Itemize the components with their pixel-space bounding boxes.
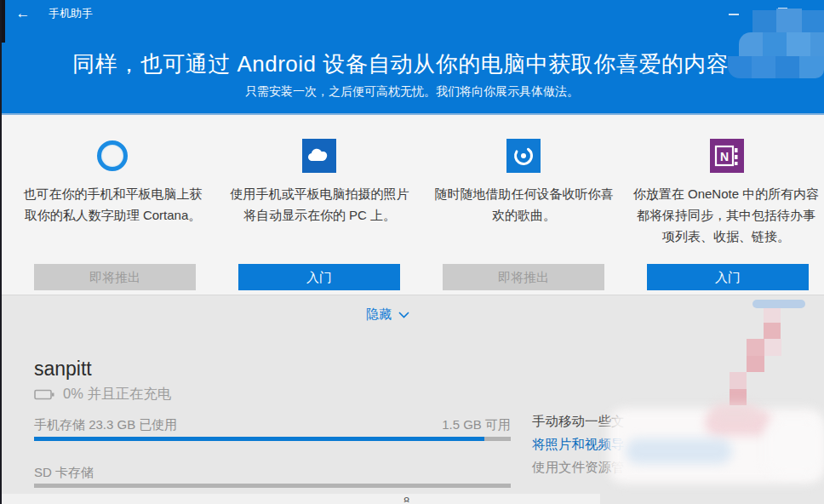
back-arrow-icon[interactable]: ← <box>12 3 34 24</box>
battery-status-text: 0% 并且正在充电 <box>63 385 171 404</box>
phone-storage-label: 手机存储 23.3 GB 已使用 <box>34 417 177 433</box>
onenote-icon: N <box>710 139 744 173</box>
left-edge-line <box>0 0 2 504</box>
cortana-ring-icon <box>97 140 128 171</box>
hero-banner: 同样，也可通过 Android 设备自动从你的电脑中获取你喜爱的内容！ 只需安装… <box>0 27 824 115</box>
feature-text-onenote: 你放置在 OneNote 中的所有内容都将保持同步，其中包括待办事项列表、收据、… <box>632 183 821 247</box>
titlebar: ← 手机助手 <box>0 0 824 27</box>
chevron-down-icon <box>398 312 409 318</box>
app-title: 手机助手 <box>49 0 93 27</box>
minimize-icon <box>729 14 739 15</box>
next-section-edge <box>0 494 600 504</box>
coming-soon-button-music: 即将推出 <box>443 264 604 290</box>
sd-storage-bar <box>34 484 511 488</box>
svg-text:N: N <box>720 150 729 163</box>
hero-title: 同样，也可通过 Android 设备自动从你的电脑中获取你喜爱的内容！ <box>0 49 824 79</box>
onedrive-cloud-icon <box>302 139 336 173</box>
phone-storage-bar-fill <box>34 437 484 441</box>
phone-storage-available: 1.5 GB 可用 <box>340 417 511 433</box>
coming-soon-button-cortana: 即将推出 <box>34 264 196 290</box>
feature-text-photos: 使用手机或平板电脑拍摄的照片将自动显示在你的 PC 上。 <box>228 183 411 226</box>
hero-subtitle: 只需安装一次，之后便可高枕无忧。我们将向你展示具体做法。 <box>0 84 824 100</box>
phone-companion-window: ← 手机助手 同样，也可通过 Android 设备自动从你的电脑中获取你喜爱的内… <box>0 0 824 504</box>
phone-storage-bar <box>34 437 511 441</box>
groove-music-icon <box>506 139 541 173</box>
battery-icon <box>34 389 54 400</box>
get-started-button-onenote[interactable]: 入门 <box>647 264 809 290</box>
cut-off-text: 8 <box>403 495 409 502</box>
sd-storage-label: SD 卡存储 <box>34 465 94 481</box>
feature-text-cortana: 也可在你的手机和平板电脑上获取你的私人数字助理 Cortana。 <box>21 183 204 226</box>
feature-text-music: 随时随地借助任何设备收听你喜欢的歌曲。 <box>432 183 615 226</box>
hide-toggle[interactable]: 隐藏 <box>366 306 409 323</box>
device-name: sanpitt <box>34 358 92 381</box>
hide-label: 隐藏 <box>366 306 392 323</box>
minimize-button[interactable] <box>719 0 748 26</box>
get-started-button-photos[interactable]: 入门 <box>238 264 400 290</box>
battery-status-row: 0% 并且正在充电 <box>34 386 171 403</box>
